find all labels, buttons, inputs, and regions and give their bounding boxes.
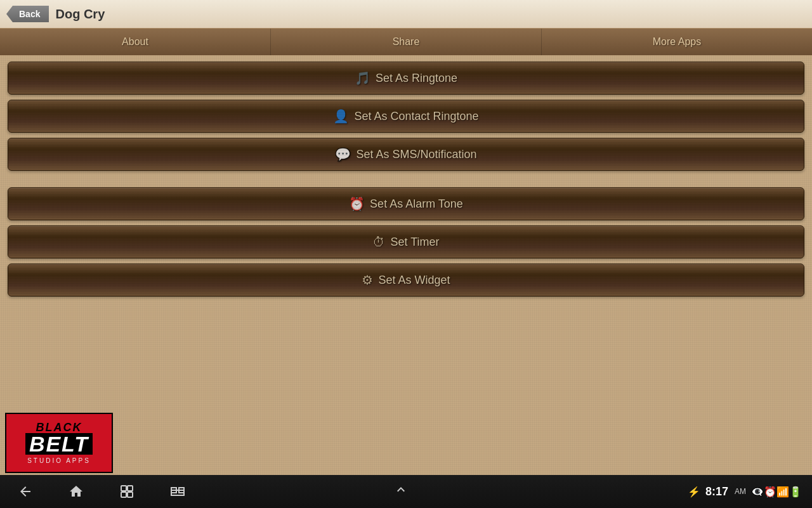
set-alarm-button[interactable]: ⏰ Set As Alarm Tone — [8, 187, 804, 220]
logo-box: BLACK BELT STUDIO APPS — [5, 413, 113, 473]
svg-rect-3 — [128, 492, 133, 497]
logo-studio-text: STUDIO APPS — [27, 457, 91, 464]
alarm-icon: ⏰ — [349, 196, 365, 211]
ringtone-icon: 🎵 — [355, 70, 370, 86]
set-sms-button[interactable]: 💬 Set As SMS/Notification — [8, 138, 804, 171]
top-bar: Back Dog Cry — [0, 0, 812, 29]
tab-bar: About Share More Apps — [0, 29, 812, 55]
nav-back-button[interactable] — [0, 475, 51, 508]
set-alarm-label: Set As Alarm Tone — [370, 197, 463, 211]
sms-icon: 💬 — [335, 147, 351, 162]
timer-icon: ⏱ — [372, 235, 385, 250]
status-ampm: AM — [735, 487, 746, 496]
set-timer-button[interactable]: ⏱ Set Timer — [8, 225, 804, 258]
svg-rect-0 — [121, 486, 126, 491]
svg-rect-1 — [128, 486, 133, 491]
set-ringtone-label: Set As Ringtone — [376, 72, 457, 85]
tab-share[interactable]: Share — [271, 29, 542, 55]
nav-center — [267, 482, 534, 501]
logo-area: BLACK BELT STUDIO APPS — [5, 413, 113, 473]
contact-icon: 👤 — [333, 109, 349, 124]
main-content: 🎵 Set As Ringtone 👤 Set As Contact Ringt… — [0, 55, 812, 308]
page-title: Dog Cry — [55, 7, 105, 22]
set-contact-ringtone-button[interactable]: 👤 Set As Contact Ringtone — [8, 100, 804, 133]
status-icons: 👁‍🗨⏰📶🔋 — [751, 486, 802, 498]
tab-about[interactable]: About — [0, 29, 271, 55]
set-sms-label: Set As SMS/Notification — [356, 148, 476, 161]
status-time: 8:17 — [705, 485, 728, 498]
usb-icon: ⚡ — [688, 486, 700, 498]
back-button[interactable]: Back — [6, 6, 49, 22]
set-contact-ringtone-label: Set As Contact Ringtone — [354, 110, 478, 123]
set-widget-label: Set As Widget — [378, 274, 450, 287]
logo-belt-text: BELT — [25, 433, 93, 455]
nav-right: ⚡ 8:17 AM 👁‍🗨⏰📶🔋 — [535, 485, 812, 498]
set-timer-label: Set Timer — [390, 236, 439, 249]
widget-icon: ⚙ — [362, 272, 373, 288]
nav-up-button[interactable] — [393, 482, 409, 501]
nav-screenshot-button[interactable] — [152, 475, 203, 508]
set-widget-button[interactable]: ⚙ Set As Widget — [8, 264, 804, 297]
bottom-bar: ⚡ 8:17 AM 👁‍🗨⏰📶🔋 — [0, 475, 812, 508]
btn-spacer — [8, 176, 804, 187]
nav-recents-button[interactable] — [102, 475, 152, 508]
nav-left — [0, 475, 267, 508]
set-ringtone-button[interactable]: 🎵 Set As Ringtone — [8, 62, 804, 95]
svg-rect-2 — [121, 492, 126, 497]
nav-home-button[interactable] — [51, 475, 102, 508]
tab-more-apps[interactable]: More Apps — [542, 29, 812, 55]
